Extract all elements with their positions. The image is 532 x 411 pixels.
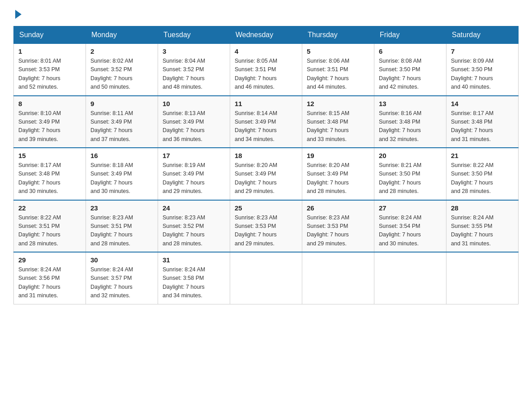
calendar-day-cell: 25Sunrise: 8:23 AMSunset: 3:53 PMDayligh… <box>230 200 302 253</box>
calendar-week-row: 8Sunrise: 8:10 AMSunset: 3:49 PMDaylight… <box>14 96 519 148</box>
day-number: 6 <box>379 47 442 55</box>
day-number: 13 <box>379 100 442 107</box>
day-number: 9 <box>90 100 153 107</box>
calendar-day-cell <box>302 252 374 304</box>
day-number: 25 <box>235 204 297 212</box>
day-info: Sunrise: 8:24 AMSunset: 3:55 PMDaylight:… <box>451 214 514 248</box>
calendar-day-cell: 21Sunrise: 8:22 AMSunset: 3:50 PMDayligh… <box>446 148 519 200</box>
day-info: Sunrise: 8:01 AMSunset: 3:53 PMDaylight:… <box>18 57 81 92</box>
calendar-day-cell: 30Sunrise: 8:24 AMSunset: 3:57 PMDayligh… <box>86 252 158 304</box>
calendar-day-cell <box>230 252 302 304</box>
calendar-table: SundayMondayTuesdayWednesdayThursdayFrid… <box>13 26 519 304</box>
day-number: 10 <box>163 100 225 107</box>
calendar-day-cell: 1Sunrise: 8:01 AMSunset: 3:53 PMDaylight… <box>14 44 86 96</box>
calendar-day-cell: 29Sunrise: 8:24 AMSunset: 3:56 PMDayligh… <box>14 252 86 304</box>
day-info: Sunrise: 8:19 AMSunset: 3:49 PMDaylight:… <box>163 161 225 196</box>
calendar-day-cell: 31Sunrise: 8:24 AMSunset: 3:58 PMDayligh… <box>158 252 230 304</box>
day-number: 18 <box>235 152 297 159</box>
day-number: 17 <box>163 152 225 159</box>
calendar-day-cell: 16Sunrise: 8:18 AMSunset: 3:49 PMDayligh… <box>86 148 158 200</box>
day-number: 7 <box>451 47 514 55</box>
day-number: 26 <box>307 204 369 212</box>
day-info: Sunrise: 8:23 AMSunset: 3:52 PMDaylight:… <box>163 214 225 248</box>
day-info: Sunrise: 8:24 AMSunset: 3:57 PMDaylight:… <box>90 265 153 300</box>
day-info: Sunrise: 8:15 AMSunset: 3:48 PMDaylight:… <box>307 109 369 144</box>
day-info: Sunrise: 8:23 AMSunset: 3:53 PMDaylight:… <box>307 214 369 248</box>
day-number: 16 <box>90 152 153 159</box>
calendar-day-cell <box>374 252 446 304</box>
day-of-week-header: Friday <box>374 26 446 44</box>
day-number: 28 <box>451 204 514 212</box>
day-number: 24 <box>163 204 225 212</box>
day-info: Sunrise: 8:13 AMSunset: 3:49 PMDaylight:… <box>163 109 225 144</box>
calendar-day-cell: 4Sunrise: 8:05 AMSunset: 3:51 PMDaylight… <box>230 44 302 96</box>
calendar-day-cell: 5Sunrise: 8:06 AMSunset: 3:51 PMDaylight… <box>302 44 374 96</box>
day-number: 5 <box>307 47 369 55</box>
day-info: Sunrise: 8:04 AMSunset: 3:52 PMDaylight:… <box>163 57 225 92</box>
day-info: Sunrise: 8:20 AMSunset: 3:49 PMDaylight:… <box>235 161 297 196</box>
day-info: Sunrise: 8:22 AMSunset: 3:51 PMDaylight:… <box>18 214 81 248</box>
day-info: Sunrise: 8:16 AMSunset: 3:48 PMDaylight:… <box>379 109 442 144</box>
day-of-week-header: Monday <box>86 26 158 44</box>
day-info: Sunrise: 8:23 AMSunset: 3:51 PMDaylight:… <box>90 214 153 248</box>
day-info: Sunrise: 8:24 AMSunset: 3:56 PMDaylight:… <box>18 265 81 300</box>
calendar-day-cell: 12Sunrise: 8:15 AMSunset: 3:48 PMDayligh… <box>302 96 374 148</box>
day-info: Sunrise: 8:24 AMSunset: 3:58 PMDaylight:… <box>163 265 225 300</box>
day-info: Sunrise: 8:02 AMSunset: 3:52 PMDaylight:… <box>90 57 153 92</box>
day-info: Sunrise: 8:06 AMSunset: 3:51 PMDaylight:… <box>307 57 369 92</box>
calendar-week-row: 15Sunrise: 8:17 AMSunset: 3:48 PMDayligh… <box>14 148 519 200</box>
logo <box>13 9 21 17</box>
calendar-day-cell: 22Sunrise: 8:22 AMSunset: 3:51 PMDayligh… <box>14 200 86 253</box>
calendar-day-cell <box>446 252 519 304</box>
day-number: 12 <box>307 100 369 107</box>
calendar-day-cell: 14Sunrise: 8:17 AMSunset: 3:48 PMDayligh… <box>446 96 519 148</box>
day-of-week-header: Saturday <box>446 26 519 44</box>
calendar-day-cell: 15Sunrise: 8:17 AMSunset: 3:48 PMDayligh… <box>14 148 86 200</box>
calendar-day-cell: 19Sunrise: 8:20 AMSunset: 3:49 PMDayligh… <box>302 148 374 200</box>
day-number: 21 <box>451 152 514 159</box>
calendar-day-cell: 3Sunrise: 8:04 AMSunset: 3:52 PMDaylight… <box>158 44 230 96</box>
day-number: 30 <box>90 256 153 264</box>
calendar-day-cell: 23Sunrise: 8:23 AMSunset: 3:51 PMDayligh… <box>86 200 158 253</box>
day-number: 1 <box>18 47 81 55</box>
day-info: Sunrise: 8:09 AMSunset: 3:50 PMDaylight:… <box>451 57 514 92</box>
calendar-week-row: 22Sunrise: 8:22 AMSunset: 3:51 PMDayligh… <box>14 200 519 253</box>
day-of-week-header: Sunday <box>14 26 86 44</box>
day-info: Sunrise: 8:18 AMSunset: 3:49 PMDaylight:… <box>90 161 153 196</box>
day-number: 22 <box>18 204 81 212</box>
calendar-day-cell: 9Sunrise: 8:11 AMSunset: 3:49 PMDaylight… <box>86 96 158 148</box>
calendar-day-cell: 11Sunrise: 8:14 AMSunset: 3:49 PMDayligh… <box>230 96 302 148</box>
day-number: 19 <box>307 152 369 159</box>
calendar-day-cell: 24Sunrise: 8:23 AMSunset: 3:52 PMDayligh… <box>158 200 230 253</box>
day-of-week-header: Thursday <box>302 26 374 44</box>
day-number: 31 <box>163 256 225 264</box>
day-number: 15 <box>18 152 81 159</box>
day-number: 3 <box>163 47 225 55</box>
day-number: 4 <box>235 47 297 55</box>
day-info: Sunrise: 8:17 AMSunset: 3:48 PMDaylight:… <box>451 109 514 144</box>
calendar-day-cell: 28Sunrise: 8:24 AMSunset: 3:55 PMDayligh… <box>446 200 519 253</box>
calendar-day-cell: 10Sunrise: 8:13 AMSunset: 3:49 PMDayligh… <box>158 96 230 148</box>
calendar-day-cell: 6Sunrise: 8:08 AMSunset: 3:50 PMDaylight… <box>374 44 446 96</box>
calendar-day-cell: 2Sunrise: 8:02 AMSunset: 3:52 PMDaylight… <box>86 44 158 96</box>
day-info: Sunrise: 8:17 AMSunset: 3:48 PMDaylight:… <box>18 161 81 196</box>
day-number: 23 <box>90 204 153 212</box>
calendar-day-cell: 18Sunrise: 8:20 AMSunset: 3:49 PMDayligh… <box>230 148 302 200</box>
day-number: 27 <box>379 204 442 212</box>
page-header <box>13 9 519 17</box>
calendar-header-row: SundayMondayTuesdayWednesdayThursdayFrid… <box>14 26 519 44</box>
logo-arrow-icon <box>15 10 21 19</box>
day-of-week-header: Tuesday <box>158 26 230 44</box>
day-info: Sunrise: 8:10 AMSunset: 3:49 PMDaylight:… <box>18 109 81 144</box>
day-info: Sunrise: 8:11 AMSunset: 3:49 PMDaylight:… <box>90 109 153 144</box>
day-info: Sunrise: 8:24 AMSunset: 3:54 PMDaylight:… <box>379 214 442 248</box>
day-info: Sunrise: 8:08 AMSunset: 3:50 PMDaylight:… <box>379 57 442 92</box>
calendar-day-cell: 13Sunrise: 8:16 AMSunset: 3:48 PMDayligh… <box>374 96 446 148</box>
day-info: Sunrise: 8:22 AMSunset: 3:50 PMDaylight:… <box>451 161 514 196</box>
day-info: Sunrise: 8:20 AMSunset: 3:49 PMDaylight:… <box>307 161 369 196</box>
day-number: 8 <box>18 100 81 107</box>
day-number: 29 <box>18 256 81 264</box>
day-info: Sunrise: 8:14 AMSunset: 3:49 PMDaylight:… <box>235 109 297 144</box>
day-number: 11 <box>235 100 297 107</box>
day-info: Sunrise: 8:21 AMSunset: 3:50 PMDaylight:… <box>379 161 442 196</box>
